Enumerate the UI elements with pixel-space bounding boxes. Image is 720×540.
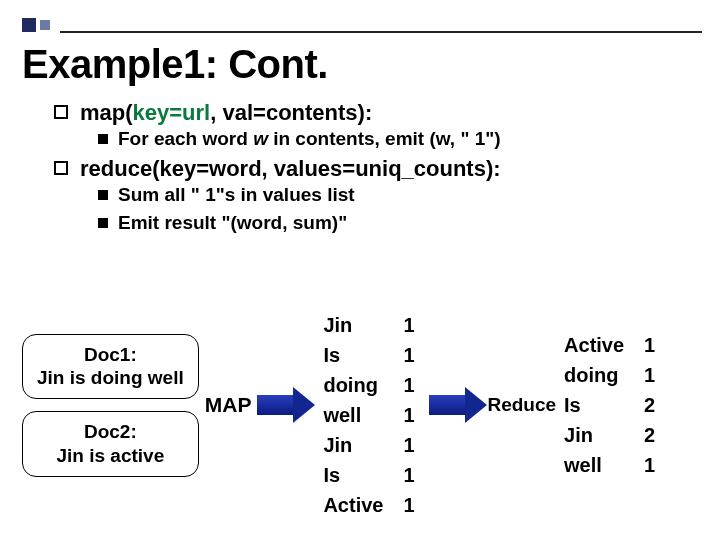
- doc2-box: Doc2: Jin is active: [22, 411, 199, 477]
- reduce-line: reduce(key=word, values=uniq_counts):: [80, 156, 501, 182]
- kv-row: doing1: [323, 370, 423, 400]
- slide-divider: [60, 31, 702, 33]
- kv-row: Jin2: [564, 420, 664, 450]
- count-cell: 1: [403, 430, 423, 460]
- diagram: Doc1: Jin is doing well Doc2: Jin is act…: [22, 290, 710, 520]
- word-cell: Is: [323, 460, 403, 490]
- count-cell: 1: [403, 490, 423, 520]
- doc2-title: Doc2:: [37, 420, 184, 444]
- count-cell: 2: [644, 420, 664, 450]
- kv-row: Active1: [564, 330, 664, 360]
- slide-accent: [22, 18, 54, 32]
- count-cell: 1: [403, 340, 423, 370]
- map-arrow-icon: [257, 385, 317, 425]
- word-cell: Active: [564, 330, 644, 360]
- bullet-reduce-sub1: Sum all " 1"s in values list: [98, 184, 700, 206]
- count-cell: 1: [644, 330, 664, 360]
- word-cell: Jin: [564, 420, 644, 450]
- word-cell: well: [323, 400, 403, 430]
- word-cell: well: [564, 450, 644, 480]
- map-output-column: Jin1Is1doing1well1Jin1Is1Active1: [323, 310, 423, 520]
- word-cell: Jin: [323, 430, 403, 460]
- reduce-output-column: Active1doing1Is2Jin2well1: [564, 330, 664, 480]
- doc1-box: Doc1: Jin is doing well: [22, 334, 199, 400]
- count-cell: 1: [403, 310, 423, 340]
- count-cell: 1: [403, 370, 423, 400]
- reduce-arrow-icon: [429, 385, 489, 425]
- bullet-box-icon: [54, 161, 68, 175]
- kv-row: Jin1: [323, 430, 423, 460]
- bullet-square-icon: [98, 134, 108, 144]
- kv-row: well1: [323, 400, 423, 430]
- kv-row: doing1: [564, 360, 664, 390]
- word-cell: Is: [564, 390, 644, 420]
- bullet-reduce-sub2: Emit result "(word, sum)": [98, 212, 700, 234]
- word-cell: Is: [323, 340, 403, 370]
- doc2-text: Jin is active: [37, 444, 184, 468]
- docs-column: Doc1: Jin is doing well Doc2: Jin is act…: [22, 334, 199, 477]
- kv-row: Active1: [323, 490, 423, 520]
- kv-row: Is2: [564, 390, 664, 420]
- count-cell: 2: [644, 390, 664, 420]
- map-sub1w: w: [253, 128, 268, 149]
- word-cell: doing: [564, 360, 644, 390]
- reduce-label: Reduce: [487, 394, 556, 416]
- count-cell: 1: [403, 460, 423, 490]
- bullet-map: map(key=url, val=contents):: [54, 100, 700, 126]
- bullet-square-icon: [98, 218, 108, 228]
- bullet-box-icon: [54, 105, 68, 119]
- map-label: MAP: [205, 393, 252, 417]
- bullet-reduce: reduce(key=word, values=uniq_counts):: [54, 156, 700, 182]
- reduce-sub2: Emit result "(word, sum)": [118, 212, 347, 234]
- doc1-text: Jin is doing well: [37, 366, 184, 390]
- bullet-list: map(key=url, val=contents): For each wor…: [54, 100, 700, 240]
- bullet-map-sub1: For each word w in contents, emit (w, " …: [98, 128, 700, 150]
- count-cell: 1: [644, 360, 664, 390]
- word-cell: Jin: [323, 310, 403, 340]
- map-rest: , val=contents):: [210, 100, 372, 125]
- map-sub1b: in contents, emit (w, " 1"): [268, 128, 501, 149]
- kv-row: well1: [564, 450, 664, 480]
- word-cell: Active: [323, 490, 403, 520]
- word-cell: doing: [323, 370, 403, 400]
- map-sub1a: For each word: [118, 128, 253, 149]
- slide-title: Example1: Cont.: [22, 42, 328, 87]
- kv-row: Jin1: [323, 310, 423, 340]
- count-cell: 1: [644, 450, 664, 480]
- map-prefix: map(: [80, 100, 133, 125]
- doc1-title: Doc1:: [37, 343, 184, 367]
- map-key: key=url: [133, 100, 211, 125]
- count-cell: 1: [403, 400, 423, 430]
- kv-row: Is1: [323, 340, 423, 370]
- bullet-square-icon: [98, 190, 108, 200]
- kv-row: Is1: [323, 460, 423, 490]
- reduce-sub1: Sum all " 1"s in values list: [118, 184, 355, 206]
